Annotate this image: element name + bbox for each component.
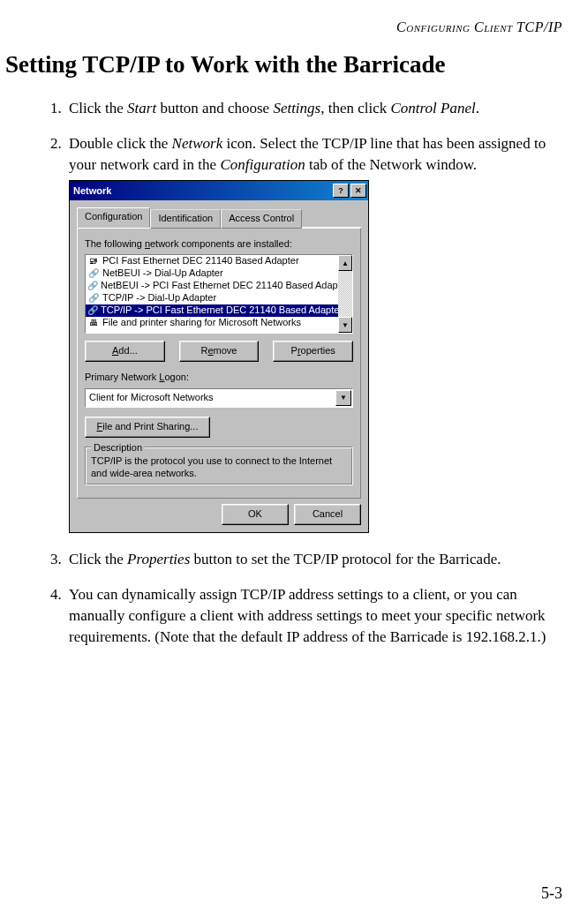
list-item[interactable]: 🖶File and printer sharing for Microsoft … xyxy=(86,317,338,329)
logon-dropdown[interactable]: Client for Microsoft Networks ▼ xyxy=(85,388,353,408)
file-print-sharing-button[interactable]: File and Print Sharing... xyxy=(85,417,210,438)
page-number: 5-3 xyxy=(541,884,562,903)
network-dialog: Network ? ✕ Configuration Identification… xyxy=(69,180,369,533)
description-title: Description xyxy=(91,441,145,454)
list-item-selected[interactable]: 🔗TCP/IP -> PCI Fast Ethernet DEC 21140 B… xyxy=(86,304,338,317)
add-button[interactable]: Add... xyxy=(85,341,165,362)
components-listbox[interactable]: 🖳PCI Fast Ethernet DEC 21140 Based Adapt… xyxy=(85,254,353,334)
description-text: TCP/IP is the protocol you use to connec… xyxy=(91,454,347,480)
ok-button[interactable]: OK xyxy=(222,504,289,525)
remove-button[interactable]: Remove xyxy=(179,341,260,362)
list-item[interactable]: 🖳PCI Fast Ethernet DEC 21140 Based Adapt… xyxy=(86,255,338,267)
chevron-down-icon[interactable]: ▼ xyxy=(335,390,351,406)
step-3: Click the Properties button to set the T… xyxy=(65,549,562,570)
list-item[interactable]: 🔗NetBEUI -> Dial-Up Adapter xyxy=(86,267,338,280)
tab-access-control[interactable]: Access Control xyxy=(221,209,302,228)
list-item[interactable]: 🔗NetBEUI -> PCI Fast Ethernet DEC 21140 … xyxy=(86,280,338,292)
step-1: Click the Start button and choose Settin… xyxy=(65,98,562,119)
step-2: Double click the Network icon. Select th… xyxy=(65,133,562,533)
protocol-icon: 🔗 xyxy=(87,268,100,279)
description-group: Description TCP/IP is the protocol you u… xyxy=(85,447,353,486)
close-button[interactable]: ✕ xyxy=(350,184,366,198)
cancel-button[interactable]: Cancel xyxy=(294,504,361,525)
step-4: You can dynamically assign TCP/IP addres… xyxy=(65,584,562,647)
scrollbar[interactable]: ▲ ▼ xyxy=(338,255,352,333)
scroll-down-icon[interactable]: ▼ xyxy=(338,317,352,333)
protocol-icon: 🔗 xyxy=(87,281,98,291)
logon-label: Primary Network Logon: xyxy=(85,371,353,384)
help-button[interactable]: ? xyxy=(333,184,349,198)
properties-button[interactable]: Properties xyxy=(273,341,353,362)
installed-label: The following network components are ins… xyxy=(85,237,353,251)
protocol-icon: 🔗 xyxy=(87,305,98,316)
titlebar[interactable]: Network ? ✕ xyxy=(70,181,368,200)
service-icon: 🖶 xyxy=(87,318,100,328)
adapter-icon: 🖳 xyxy=(87,256,100,267)
scroll-up-icon[interactable]: ▲ xyxy=(338,255,352,271)
list-item[interactable]: 🔗TCP/IP -> Dial-Up Adapter xyxy=(86,292,338,304)
page-title: Setting TCP/IP to Work with the Barricad… xyxy=(5,51,562,79)
dialog-title: Network xyxy=(73,184,331,198)
tab-identification[interactable]: Identification xyxy=(150,209,221,228)
protocol-icon: 🔗 xyxy=(87,293,100,304)
page-header: Configuring Client TCP/IP xyxy=(5,19,562,35)
tab-configuration[interactable]: Configuration xyxy=(77,207,150,227)
